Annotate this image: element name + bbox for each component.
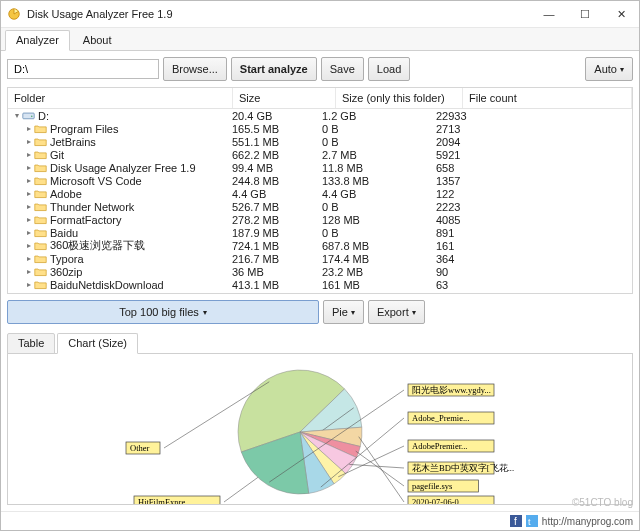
expand-icon[interactable]: ▸ [24, 176, 34, 185]
lower-tabs: Table Chart (Size) [7, 332, 633, 354]
mid-toolbar: Top 100 big files Pie Export [7, 300, 633, 324]
expand-icon[interactable]: ▸ [24, 215, 34, 224]
table-row[interactable]: ▸Git662.2 MB2.7 MB5921 [8, 148, 632, 161]
folder-tree: Folder Size Size (only this folder) File… [7, 87, 633, 294]
cell-own-size: 1.2 GB [320, 110, 434, 122]
save-button[interactable]: Save [321, 57, 364, 81]
cell-count: 161 [434, 240, 504, 252]
pie-chart: OtherHitFilmExpre...2020-07-06-0...pagef… [20, 354, 620, 504]
table-row[interactable]: ▸Thunder Network526.7 MB0 B2223 [8, 200, 632, 213]
cell-own-size: 174.4 MB [320, 253, 434, 265]
table-row[interactable]: ▸BaiduNetdiskDownload413.1 MB161 MB63 [8, 278, 632, 291]
table-row[interactable]: ▸FormatFactory278.2 MB128 MB4085 [8, 213, 632, 226]
content: Browse... Start analyze Save Load Auto F… [1, 51, 639, 511]
cell-own-size: 0 B [320, 201, 434, 213]
cell-size: 20.4 GB [230, 110, 320, 122]
expand-icon[interactable]: ▸ [24, 228, 34, 237]
maximize-button[interactable]: ☐ [567, 1, 603, 27]
table-row[interactable]: ▾D:20.4 GB1.2 GB22933 [8, 109, 632, 122]
folder-name: 360极速浏览器下载 [50, 238, 230, 253]
auto-dropdown[interactable]: Auto [585, 57, 633, 81]
load-button[interactable]: Load [368, 57, 410, 81]
pie-dropdown[interactable]: Pie [323, 300, 364, 324]
expand-icon[interactable]: ▸ [24, 163, 34, 172]
cell-own-size: 23.2 MB [320, 266, 434, 278]
folder-name: Disk Usage Analyzer Free 1.9 [50, 162, 230, 174]
expand-icon[interactable]: ▸ [24, 124, 34, 133]
minimize-button[interactable]: — [531, 1, 567, 27]
top-big-files-button[interactable]: Top 100 big files [7, 300, 319, 324]
cell-count: 63 [434, 279, 504, 291]
svg-text:Adobe_Premie...: Adobe_Premie... [412, 413, 469, 423]
svg-rect-1 [23, 113, 34, 119]
watermark: ©51CTO blog [572, 497, 633, 508]
table-row[interactable]: ▸Program Files165.5 MB0 B2713 [8, 122, 632, 135]
top-toolbar: Browse... Start analyze Save Load Auto [7, 57, 633, 81]
expand-icon[interactable]: ▸ [24, 254, 34, 263]
expand-icon[interactable]: ▸ [24, 241, 34, 250]
expand-icon[interactable]: ▾ [12, 111, 22, 120]
status-url[interactable]: http://manyprog.com [542, 516, 633, 527]
svg-text:2020-07-06-0...: 2020-07-06-0... [412, 497, 465, 504]
export-dropdown[interactable]: Export [368, 300, 425, 324]
col-size[interactable]: Size [233, 88, 336, 108]
table-row[interactable]: ▸360极速浏览器下载724.1 MB687.8 MB161 [8, 239, 632, 252]
expand-icon[interactable]: ▸ [24, 280, 34, 289]
titlebar: Disk Usage Analyzer Free 1.9 — ☐ ✕ [1, 1, 639, 28]
expand-icon[interactable]: ▸ [24, 189, 34, 198]
cell-count: 2094 [434, 136, 504, 148]
tab-table[interactable]: Table [7, 333, 55, 354]
folder-name: 360zip [50, 266, 230, 278]
cell-count: 1357 [434, 175, 504, 187]
start-analyze-button[interactable]: Start analyze [231, 57, 317, 81]
col-file-count[interactable]: File count [463, 88, 632, 108]
col-folder[interactable]: Folder [8, 88, 233, 108]
path-input[interactable] [7, 59, 159, 79]
cell-count: 2223 [434, 201, 504, 213]
facebook-icon[interactable]: f [510, 515, 522, 527]
folder-name: Thunder Network [50, 201, 230, 213]
tab-chart-size[interactable]: Chart (Size) [57, 333, 138, 354]
table-row[interactable]: ▸360zip36 MB23.2 MB90 [8, 265, 632, 278]
table-row[interactable]: ▸Disk Usage Analyzer Free 1.999.4 MB11.8… [8, 161, 632, 174]
table-row[interactable]: ▸Microsoft VS Code244.8 MB133.8 MB1357 [8, 174, 632, 187]
expand-icon[interactable]: ▸ [24, 202, 34, 211]
tree-body[interactable]: ▾D:20.4 GB1.2 GB22933▸Program Files165.5… [8, 109, 632, 293]
folder-name: FormatFactory [50, 214, 230, 226]
tab-about[interactable]: About [72, 30, 123, 51]
table-row[interactable]: ▸Adobe4.4 GB4.4 GB122 [8, 187, 632, 200]
browse-button[interactable]: Browse... [163, 57, 227, 81]
app-window: Disk Usage Analyzer Free 1.9 — ☐ ✕ Analy… [0, 0, 640, 531]
expand-icon[interactable]: ▸ [24, 267, 34, 276]
svg-text:阳光电影www.ygdy...: 阳光电影www.ygdy... [412, 385, 491, 395]
cell-own-size: 0 B [320, 227, 434, 239]
close-button[interactable]: ✕ [603, 1, 639, 27]
cell-own-size: 161 MB [320, 279, 434, 291]
tab-analyzer[interactable]: Analyzer [5, 30, 70, 51]
cell-size: 413.1 MB [230, 279, 320, 291]
folder-name: Microsoft VS Code [50, 175, 230, 187]
cell-own-size: 2.7 MB [320, 149, 434, 161]
cell-size: 165.5 MB [230, 123, 320, 135]
window-title: Disk Usage Analyzer Free 1.9 [27, 8, 173, 20]
folder-name: Typora [50, 253, 230, 265]
cell-count: 658 [434, 162, 504, 174]
cell-own-size: 0 B [320, 123, 434, 135]
cell-size: 99.4 MB [230, 162, 320, 174]
svg-text:花木兰BD中英双字[飞花...: 花木兰BD中英双字[飞花... [412, 463, 514, 473]
cell-size: 526.7 MB [230, 201, 320, 213]
expand-icon[interactable]: ▸ [24, 150, 34, 159]
cell-own-size: 133.8 MB [320, 175, 434, 187]
cell-count: 4085 [434, 214, 504, 226]
cell-size: 724.1 MB [230, 240, 320, 252]
table-row[interactable]: ▸Typora216.7 MB174.4 MB364 [8, 252, 632, 265]
folder-name: D: [38, 110, 230, 122]
col-own-size[interactable]: Size (only this folder) [336, 88, 463, 108]
cell-count: 22933 [434, 110, 504, 122]
svg-line-15 [349, 464, 404, 468]
expand-icon[interactable]: ▸ [24, 137, 34, 146]
table-row[interactable]: ▸JetBrains551.1 MB0 B2094 [8, 135, 632, 148]
twitter-icon[interactable]: t [526, 515, 538, 527]
cell-count: 364 [434, 253, 504, 265]
cell-size: 244.8 MB [230, 175, 320, 187]
